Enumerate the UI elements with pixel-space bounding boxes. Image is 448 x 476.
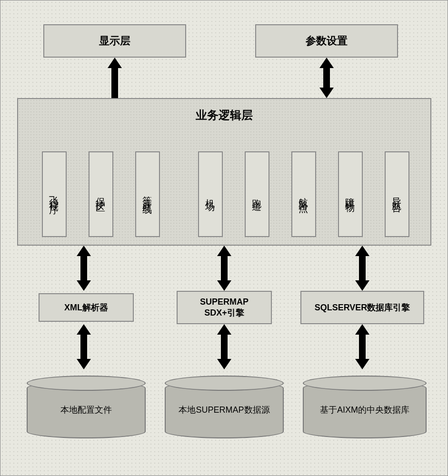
svg-marker-4 — [355, 246, 369, 291]
svg-marker-5 — [77, 324, 91, 369]
arrow-display-up — [108, 58, 122, 98]
arrow-logic-sqlserver — [355, 246, 369, 291]
local-supermap-label: 本地SUPERMAP数据源 — [179, 404, 269, 416]
module-protection-area: 保护区 — [89, 151, 113, 237]
svg-marker-6 — [217, 324, 231, 369]
arrow-logic-xml — [77, 246, 91, 291]
local-supermap-store: 本地SUPERMAP数据源 — [165, 381, 284, 438]
arrow-supermap-ds — [217, 324, 231, 369]
module-waypoint: 航路点 — [291, 151, 316, 237]
svg-marker-7 — [355, 324, 369, 369]
aixm-db-label: 基于AIXM的中央数据库 — [320, 404, 409, 416]
sqlserver-engine-box: SQLSERVER数据库引擎 — [300, 291, 424, 324]
module-etc-route: 等等航线 — [135, 151, 160, 237]
business-logic-layer: 业务逻辑层 飞行程序 保护区 等等航线 机场 跑道 航路点 障碍物 导航台 — [17, 98, 431, 246]
svg-marker-2 — [77, 246, 91, 291]
module-airport: 机场 — [198, 151, 223, 237]
arrow-xml-config — [77, 324, 91, 369]
arrow-sqlserver-db — [355, 324, 369, 369]
module-runway: 跑道 — [245, 151, 269, 237]
local-config-label: 本地配置文件 — [60, 404, 112, 416]
module-nav-station: 导航台 — [385, 151, 409, 237]
aixm-db-store: 基于AIXM的中央数据库 — [303, 381, 427, 438]
svg-marker-0 — [108, 58, 122, 98]
arrow-logic-supermap — [217, 246, 231, 291]
display-layer-box: 显示层 — [43, 24, 186, 58]
arrow-params-bidir — [319, 58, 334, 98]
module-flight-procedure: 飞行程序 — [42, 151, 67, 237]
svg-marker-1 — [319, 58, 334, 98]
diagram-canvas: 显示层 参数设置 业务逻辑层 飞行程序 保护区 等等航线 机场 跑道 航路点 障… — [0, 0, 448, 476]
xml-parser-box: XML解析器 — [39, 293, 134, 322]
local-config-store: 本地配置文件 — [27, 381, 146, 438]
module-obstacle: 障碍物 — [338, 151, 363, 237]
param-settings-box: 参数设置 — [255, 24, 398, 58]
business-logic-title: 业务逻辑层 — [18, 108, 430, 123]
supermap-engine-box: SUPERMAP SDX+引擎 — [177, 291, 272, 324]
svg-marker-3 — [217, 246, 231, 291]
